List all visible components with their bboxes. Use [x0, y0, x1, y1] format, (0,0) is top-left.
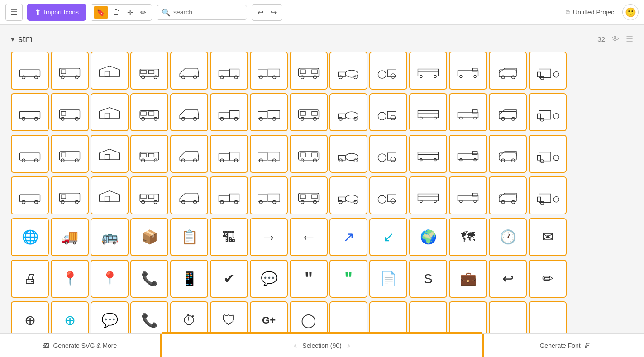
icon-cell[interactable] [329, 176, 367, 214]
icon-cell[interactable] [11, 93, 49, 131]
icon-cell[interactable] [290, 52, 328, 90]
edit-button[interactable]: ✏ [138, 6, 149, 19]
icon-cell[interactable] [409, 93, 447, 131]
icon-cell[interactable] [290, 176, 328, 214]
icon-cell[interactable] [91, 52, 129, 90]
menu-button[interactable]: ☰ [5, 4, 23, 21]
icon-cell[interactable] [210, 135, 248, 173]
icon-cell[interactable] [329, 135, 367, 173]
icon-cell[interactable] [409, 135, 447, 173]
icon-cell[interactable] [250, 93, 288, 131]
icon-cell[interactable] [449, 176, 487, 214]
icon-cell[interactable] [329, 93, 367, 131]
move-button[interactable]: ✛ [124, 6, 136, 19]
icon-cell[interactable]: 📱 [170, 260, 208, 298]
icon-cell[interactable]: ✏ [529, 260, 567, 298]
icon-cell[interactable] [11, 176, 49, 214]
import-icons-button[interactable]: ⬆ Import Icons [27, 4, 86, 21]
user-avatar-button[interactable]: 🙂 [622, 4, 639, 20]
icon-cell[interactable] [529, 176, 567, 214]
icon-cell[interactable]: 🏗 [210, 218, 248, 256]
icon-cell[interactable]: ← [290, 218, 328, 256]
icon-cell[interactable]: 📍 [91, 260, 129, 298]
arrow-left-icon[interactable]: ‹ [294, 340, 297, 352]
icon-cell[interactable] [130, 135, 168, 173]
icon-cell[interactable] [449, 135, 487, 173]
icon-cell[interactable] [290, 135, 328, 173]
icon-cell[interactable] [489, 135, 527, 173]
icon-cell[interactable]: 🌐 [11, 218, 49, 256]
arrow-right-icon[interactable]: › [347, 340, 350, 352]
icon-cell[interactable]: S [409, 260, 447, 298]
icon-cell[interactable] [369, 176, 407, 214]
icon-cell[interactable] [51, 176, 89, 214]
icon-cell[interactable] [170, 176, 208, 214]
icon-cell[interactable]: → [250, 218, 288, 256]
icon-cell[interactable] [210, 52, 248, 90]
icon-cell[interactable] [51, 93, 89, 131]
select-tool-button[interactable]: 🔖 [94, 6, 108, 19]
icon-cell[interactable] [170, 52, 208, 90]
icon-cell[interactable]: 📍 [51, 260, 89, 298]
icon-cell[interactable]: 🌍 [409, 218, 447, 256]
icon-cell[interactable]: ✔ [210, 260, 248, 298]
section-chevron[interactable]: ▾ [11, 35, 14, 43]
icon-cell[interactable]: 🗺 [449, 218, 487, 256]
icon-cell[interactable]: " [329, 260, 367, 298]
icon-cell[interactable] [130, 176, 168, 214]
icon-cell[interactable] [170, 93, 208, 131]
icon-cell[interactable] [489, 52, 527, 90]
icon-cell[interactable]: 💼 [449, 260, 487, 298]
icon-cell[interactable]: 🚚 [51, 218, 89, 256]
icon-cell[interactable] [529, 93, 567, 131]
icon-cell[interactable]: 🕐 [489, 218, 527, 256]
icon-cell[interactable] [409, 176, 447, 214]
icon-cell[interactable] [449, 93, 487, 131]
icon-cell[interactable] [409, 52, 447, 90]
icon-cell[interactable] [529, 135, 567, 173]
icon-cell[interactable]: " [290, 260, 328, 298]
icon-cell[interactable]: ↙ [369, 218, 407, 256]
icon-cell[interactable]: ↗ [329, 218, 367, 256]
undo-button[interactable]: ↩ [255, 6, 266, 19]
icon-cell[interactable] [210, 176, 248, 214]
icon-cell[interactable]: ✉ [529, 218, 567, 256]
icon-cell[interactable] [529, 52, 567, 90]
list-icon[interactable]: ☰ [626, 34, 633, 44]
icon-cell[interactable] [369, 52, 407, 90]
icon-cell[interactable] [130, 93, 168, 131]
icon-cell[interactable] [91, 176, 129, 214]
icon-cell[interactable]: 📋 [170, 218, 208, 256]
icon-cell[interactable]: 🖨 [11, 260, 49, 298]
icon-cell[interactable]: 🚌 [91, 218, 129, 256]
icon-cell[interactable]: 📦 [130, 218, 168, 256]
visibility-icon[interactable]: 👁 [611, 34, 620, 44]
icon-cell[interactable] [91, 93, 129, 131]
icon-cell[interactable] [489, 93, 527, 131]
delete-button[interactable]: 🗑 [110, 6, 123, 18]
icon-cell[interactable]: ↩ [489, 260, 527, 298]
icon-cell[interactable] [329, 52, 367, 90]
icon-cell[interactable] [489, 176, 527, 214]
icon-cell[interactable] [250, 176, 288, 214]
icon-cell[interactable] [250, 135, 288, 173]
icon-cell[interactable] [11, 135, 49, 173]
icon-cell[interactable] [130, 52, 168, 90]
icon-cell[interactable] [51, 135, 89, 173]
icon-cell[interactable] [369, 93, 407, 131]
icon-cell[interactable] [290, 93, 328, 131]
icon-cell[interactable]: 📄 [369, 260, 407, 298]
icon-cell[interactable]: 💬 [250, 260, 288, 298]
icon-cell[interactable] [210, 93, 248, 131]
icon-cell[interactable] [369, 135, 407, 173]
icon-cell[interactable]: 📞 [130, 260, 168, 298]
icon-cell[interactable] [11, 52, 49, 90]
icon-cell[interactable] [91, 135, 129, 173]
generate-svg-button[interactable]: 🖼 Generate SVG & More [0, 334, 160, 352]
search-input[interactable] [173, 9, 242, 16]
icon-cell[interactable] [51, 52, 89, 90]
icon-cell[interactable] [449, 52, 487, 90]
generate-font-button[interactable]: Generate Font 𝔽 [484, 334, 644, 352]
redo-button[interactable]: ↪ [268, 6, 279, 19]
icon-cell[interactable] [250, 52, 288, 90]
